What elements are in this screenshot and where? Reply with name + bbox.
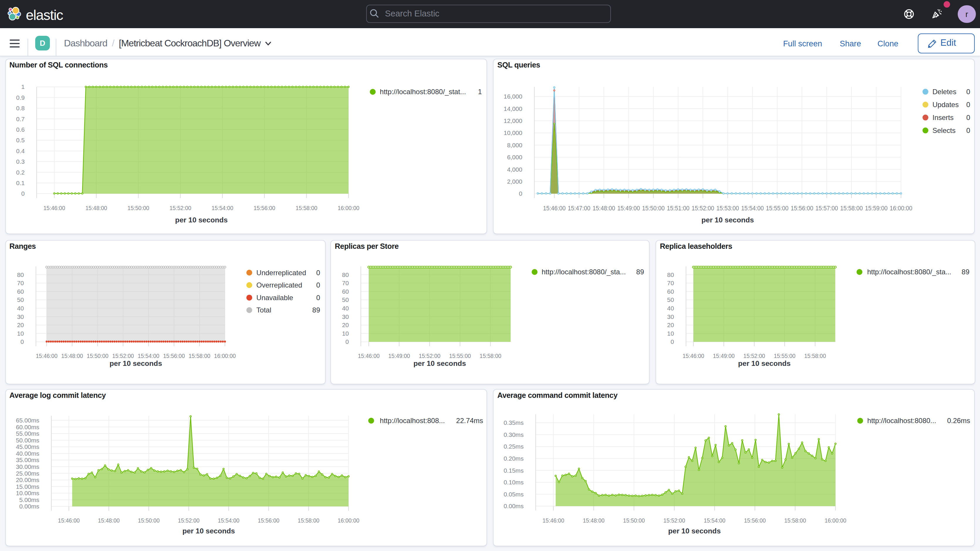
svg-text:15:46:00: 15:46:00	[58, 517, 80, 524]
svg-text:10: 10	[342, 330, 349, 337]
svg-text:15:48:00: 15:48:00	[98, 517, 119, 524]
svg-text:50: 50	[342, 296, 349, 303]
svg-text:89: 89	[636, 268, 644, 276]
svg-text:15:54:00: 15:54:00	[218, 517, 239, 524]
svg-text:15:46:00: 15:46:00	[358, 352, 380, 359]
svg-text:80: 80	[17, 271, 24, 278]
svg-text:0: 0	[519, 190, 523, 197]
svg-text:15:51:00: 15:51:00	[667, 204, 689, 212]
svg-text:1: 1	[21, 83, 24, 90]
svg-text:70: 70	[667, 280, 674, 287]
svg-text:25.00ms: 25.00ms	[16, 470, 39, 476]
svg-text:15:46:00: 15:46:00	[35, 352, 57, 359]
svg-text:15:49:00: 15:49:00	[713, 352, 735, 359]
svg-text:0.35ms: 0.35ms	[503, 419, 523, 426]
svg-text:20: 20	[342, 322, 349, 328]
svg-text:20: 20	[667, 322, 674, 328]
svg-text:0.30ms: 0.30ms	[503, 431, 523, 438]
svg-text:40: 40	[667, 305, 674, 312]
svg-text:15:58:00: 15:58:00	[296, 204, 317, 211]
svg-text:45.00ms: 45.00ms	[16, 443, 39, 450]
svg-text:15:50:00: 15:50:00	[87, 352, 108, 359]
svg-text:0: 0	[21, 190, 24, 197]
svg-text:15:50:00: 15:50:00	[127, 204, 149, 211]
svg-text:5.00ms: 5.00ms	[19, 496, 39, 503]
svg-text:15:54:00: 15:54:00	[703, 517, 725, 524]
svg-text:per 10 seconds: per 10 seconds	[414, 360, 466, 367]
svg-text:15:56:00: 15:56:00	[253, 204, 275, 211]
svg-text:http://localhost:8080/_sta...: http://localhost:8080/_sta...	[867, 268, 951, 276]
svg-text:0.05ms: 0.05ms	[503, 490, 523, 497]
svg-text:per 10 seconds: per 10 seconds	[668, 527, 721, 535]
svg-text:per 10 seconds: per 10 seconds	[701, 216, 754, 224]
svg-text:15:52:00: 15:52:00	[663, 517, 685, 524]
svg-text:15:52:00: 15:52:00	[692, 204, 714, 212]
svg-text:http://localhost:8080/_stat...: http://localhost:8080/_stat...	[380, 88, 466, 96]
svg-text:15:58:00: 15:58:00	[840, 204, 863, 212]
svg-text:0.25ms: 0.25ms	[503, 443, 523, 449]
svg-text:16,000: 16,000	[504, 93, 523, 100]
svg-text:16:00:00: 16:00:00	[337, 517, 359, 524]
svg-text:15:50:00: 15:50:00	[642, 204, 665, 212]
svg-text:60.00ms: 60.00ms	[16, 424, 39, 430]
svg-text:0.1: 0.1	[16, 180, 24, 186]
svg-text:15:48:00: 15:48:00	[583, 517, 605, 524]
svg-text:Updates: Updates	[932, 100, 959, 108]
svg-text:per 10 seconds: per 10 seconds	[738, 360, 791, 367]
svg-text:15:54:00: 15:54:00	[137, 352, 159, 359]
svg-text:15:54:00: 15:54:00	[741, 204, 764, 212]
svg-text:0: 0	[316, 294, 320, 302]
svg-text:0: 0	[316, 269, 320, 277]
svg-text:15:56:00: 15:56:00	[744, 517, 766, 524]
svg-text:0: 0	[316, 281, 320, 289]
svg-text:15:57:00: 15:57:00	[815, 204, 838, 212]
svg-text:15:46:00: 15:46:00	[543, 204, 566, 212]
svg-text:Total: Total	[256, 306, 271, 314]
svg-text:0: 0	[345, 338, 349, 345]
svg-text:15:46:00: 15:46:00	[43, 204, 65, 211]
svg-text:15:47:00: 15:47:00	[568, 204, 590, 212]
svg-text:15:50:00: 15:50:00	[138, 517, 159, 524]
svg-text:15:58:00: 15:58:00	[804, 352, 826, 359]
svg-text:0.26ms: 0.26ms	[947, 416, 970, 424]
svg-text:0.6: 0.6	[16, 126, 24, 133]
svg-text:15:56:00: 15:56:00	[163, 352, 185, 359]
svg-text:15:56:00: 15:56:00	[257, 517, 279, 524]
svg-text:15:50:00: 15:50:00	[623, 517, 645, 524]
svg-text:Inserts: Inserts	[932, 113, 954, 121]
svg-text:0.2: 0.2	[16, 169, 24, 176]
svg-text:15:54:00: 15:54:00	[211, 204, 233, 211]
svg-text:15:52:00: 15:52:00	[112, 352, 134, 359]
svg-text:15:49:00: 15:49:00	[617, 204, 640, 212]
svg-text:per 10 seconds: per 10 seconds	[175, 216, 228, 224]
svg-text:http://localhost:8080/_sta...: http://localhost:8080/_sta...	[542, 268, 626, 276]
svg-text:0.9: 0.9	[16, 94, 24, 101]
svg-text:15:49:00: 15:49:00	[388, 352, 410, 359]
svg-text:65.00ms: 65.00ms	[16, 417, 39, 424]
svg-text:Unavailable: Unavailable	[256, 294, 293, 302]
svg-text:89: 89	[312, 306, 320, 314]
svg-text:0: 0	[670, 338, 674, 345]
svg-text:15:55:00: 15:55:00	[774, 352, 795, 359]
svg-text:0.00ms: 0.00ms	[19, 503, 39, 510]
svg-text:15:52:00: 15:52:00	[419, 352, 441, 359]
svg-text:15:52:00: 15:52:00	[169, 204, 191, 211]
svg-text:16:00:00: 16:00:00	[337, 204, 359, 211]
svg-text:30: 30	[667, 313, 674, 320]
svg-text:16:00:00: 16:00:00	[889, 204, 912, 212]
svg-text:0: 0	[966, 100, 970, 108]
svg-text:0.10ms: 0.10ms	[503, 479, 523, 485]
svg-text:10: 10	[17, 330, 24, 337]
svg-text:0.8: 0.8	[16, 105, 24, 111]
svg-text:per 10 seconds: per 10 seconds	[182, 527, 235, 535]
svg-text:8,000: 8,000	[507, 142, 522, 148]
svg-text:Underreplicated: Underreplicated	[256, 269, 306, 277]
svg-text:89: 89	[961, 268, 969, 276]
svg-text:14,000: 14,000	[504, 105, 523, 112]
svg-text:0: 0	[20, 338, 24, 345]
svg-text:0: 0	[966, 88, 970, 96]
svg-text:70: 70	[342, 280, 349, 287]
svg-text:15:56:00: 15:56:00	[791, 204, 813, 212]
svg-text:15:52:00: 15:52:00	[743, 352, 765, 359]
svg-text:40.00ms: 40.00ms	[16, 450, 39, 457]
